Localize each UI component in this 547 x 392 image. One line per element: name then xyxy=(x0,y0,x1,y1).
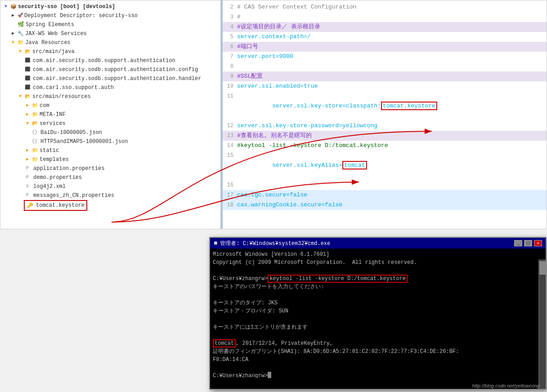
messages-icon: P xyxy=(24,192,31,199)
tree-templates[interactable]: ▶ 📁 templates xyxy=(0,155,220,164)
static-label: static xyxy=(40,147,59,155)
close-button[interactable]: ✕ xyxy=(534,240,542,246)
line-content-3: # xyxy=(237,12,547,22)
meta-label: META-INF xyxy=(40,111,66,119)
java-res-label: Java Resources xyxy=(25,39,71,47)
tree-root[interactable]: ▼ 📦 security-sso [boot] [devtools] xyxy=(0,2,220,11)
line-num-12: 12 xyxy=(223,121,237,131)
spring-expand xyxy=(9,21,17,28)
tree-demo-prop[interactable]: P demo.properties xyxy=(0,173,220,182)
templates-expand: ▶ xyxy=(24,156,31,163)
line-content-7: server.port=9000 xyxy=(237,52,547,62)
line-content-11: server.ssl.key-store=classpath:tomcat.ke… xyxy=(237,91,547,121)
tree-services[interactable]: ▼ 📂 services xyxy=(0,119,220,128)
cmd-body: Microsoft Windows [Version 6.1.7601] Cop… xyxy=(210,249,546,378)
code-line-11: 11 server.ssl.key-store=classpath:tomcat… xyxy=(223,91,547,121)
tree-https[interactable]: {} HTTPSandIMAPS-10000001.json xyxy=(0,137,220,146)
tree-com[interactable]: ▶ 📁 com xyxy=(0,101,220,110)
tree-src-main-java[interactable]: ▼ 📂 src/main/java xyxy=(0,47,220,56)
code-line-6: 6 #端口号 xyxy=(223,42,547,52)
code-line-7: 7 server.port=9000 xyxy=(223,52,547,62)
cmd-line-15 xyxy=(213,364,537,372)
cmd-line-2: Copyright (c) 2009 Microsoft Corporation… xyxy=(213,258,537,267)
tree-messages[interactable]: P messages_zh_CN.properties xyxy=(0,191,220,200)
tree-src-main-resources[interactable]: ▼ 📂 src/main/resources xyxy=(0,92,220,101)
code-line-5: 5 server.context-path=/ xyxy=(223,32,547,42)
java-res-expand: ▼ xyxy=(9,39,17,46)
app-prop-icon: P xyxy=(24,165,31,172)
line15-before: server.ssl.keyAlias= xyxy=(272,162,342,169)
cmd-line-13: 証明書のフィンガプリント(SHA1): 8A:D0:6D:A5:27:01:C2… xyxy=(213,347,537,356)
jaxws-expand: ▶ xyxy=(9,30,17,37)
line-content-4: #设定项目的目录／ 表示根目录 xyxy=(237,22,547,32)
cmd-line-5: キーストアのパスワートを入力してください: xyxy=(213,283,537,291)
tree-tomcat-keystore[interactable]: 🔑 tomcat.keystore xyxy=(24,200,87,211)
tree-pkg2[interactable]: ⬛ com.air.security.sodb.support.authenti… xyxy=(0,65,220,74)
pkg2-icon: ⬛ xyxy=(24,66,31,73)
line11-before: server.ssl.key-store=classpath: xyxy=(272,102,381,109)
line-content-15: server.ssl.keyAlias=tomcat xyxy=(237,151,547,180)
tree-pkg4[interactable]: ⬛ com.carl.sso.support.auth xyxy=(0,83,220,92)
cmd-keytool-cmd: keytool -list -keystore D:/tomcat.keysto… xyxy=(268,275,407,283)
pkg3-label: com.air.security.sodb.support.authentica… xyxy=(33,75,201,83)
tree-pkg1[interactable]: ⬛ com.air.security.sodb.support.authenti… xyxy=(0,56,220,65)
pkg1-icon: ⬛ xyxy=(24,57,31,64)
tree-spring[interactable]: 🌿 Spring Elements xyxy=(0,20,220,29)
com-icon: 📁 xyxy=(32,102,38,110)
line-num-2: 2 xyxy=(223,2,237,12)
scrollbar-thumb xyxy=(539,261,546,275)
pkg1-label: com.air.security.sodb.support.authentica… xyxy=(33,57,175,65)
cmd-line-6 xyxy=(213,291,537,299)
com-expand: ▶ xyxy=(24,102,31,109)
project-icon: ▼ xyxy=(2,3,9,10)
cmd-window: ■ 管理者: C:¥Windows¥system32¥cmd.exe _ □ ✕… xyxy=(209,237,547,390)
static-expand: ▶ xyxy=(24,147,31,154)
keystore-label: tomcat.keystore xyxy=(36,201,85,209)
tree-pkg3[interactable]: ⬛ com.air.security.sodb.support.authenti… xyxy=(0,74,220,83)
tree-jaxws[interactable]: ▶ 🔧 JAX-WS Web Services xyxy=(0,29,220,38)
cmd-titlebar: ■ 管理者: C:¥Windows¥system32¥cmd.exe _ □ ✕ xyxy=(210,238,546,249)
cmd-line-8: キーストア・プロバイダ: SUN xyxy=(213,307,537,315)
tree-baidu[interactable]: {} BaiDu-10000005.json xyxy=(0,128,220,137)
services-icon: 📂 xyxy=(32,120,38,128)
cmd-line-3 xyxy=(213,267,537,275)
code-line-16: 16 xyxy=(223,180,547,190)
line-num-6: 6 xyxy=(223,42,237,52)
cmd-title: 管理者: C:¥Windows¥system32¥cmd.exe xyxy=(220,240,330,247)
maximize-button[interactable]: □ xyxy=(524,240,532,246)
code-line-9: 9 #SSL配置 xyxy=(223,71,547,81)
cmd-controls[interactable]: _ □ ✕ xyxy=(514,240,542,246)
minimize-button[interactable]: _ xyxy=(514,240,522,246)
code-line-8: 8 xyxy=(223,62,547,71)
cmd-line-1: Microsoft Windows [Version 6.1.7601] xyxy=(213,250,537,258)
https-icon: {} xyxy=(31,138,38,145)
line-content-17: cas.tgc.secure=false xyxy=(237,190,547,200)
https-label: HTTPSandIMAPS-10000001.json xyxy=(40,138,128,146)
cmd-line-7: キーストアのタイプ: JKS xyxy=(213,299,537,307)
tree-deployment[interactable]: ▶ 🚀 Deployment Descriptor: security-sso xyxy=(0,11,220,20)
baidu-icon: {} xyxy=(31,129,38,136)
cmd-scrollbar[interactable] xyxy=(538,259,546,389)
tree-java-resources[interactable]: ▼ 📁 Java Resources xyxy=(0,38,220,47)
tree-app-prop[interactable]: P application.properties xyxy=(0,164,220,173)
static-icon: 📁 xyxy=(32,147,38,155)
pkg2-label: com.air.security.sodb.support.authentica… xyxy=(33,66,198,74)
line15-tomcat: tomcat xyxy=(342,161,367,169)
app-prop-label: application.properties xyxy=(33,165,104,173)
line-content-12: server.ssl.key-store-password=yellowcong xyxy=(237,121,547,131)
line-num-3: 3 xyxy=(223,12,237,22)
baidu-label: BaiDu-10000005.json xyxy=(40,129,102,137)
code-line-13: 13 #查看别名, 别名不是瞎写的 xyxy=(223,131,547,141)
log4j2-label: log4j2.xml xyxy=(33,183,66,191)
line-num-17: 17 xyxy=(223,190,237,200)
messages-label: messages_zh_CN.properties xyxy=(33,192,114,200)
code-line-14: 14 #keytool -list -keystore D:/tomcat.ke… xyxy=(223,141,547,151)
tree-log4j2[interactable]: X log4j2.xml xyxy=(0,182,220,191)
watermark: http://blog.csdn.net/yellowcong xyxy=(472,383,540,388)
tree-meta-inf[interactable]: ▶ 📁 META-INF xyxy=(0,110,220,119)
demo-prop-icon: P xyxy=(24,174,31,181)
pkg4-icon: ⬛ xyxy=(24,84,31,91)
demo-prop-label: demo.properties xyxy=(33,174,82,182)
tree-static[interactable]: ▶ 📁 static xyxy=(0,146,220,155)
file-tree: ▼ 📦 security-sso [boot] [devtools] ▶ 🚀 D… xyxy=(0,0,221,229)
